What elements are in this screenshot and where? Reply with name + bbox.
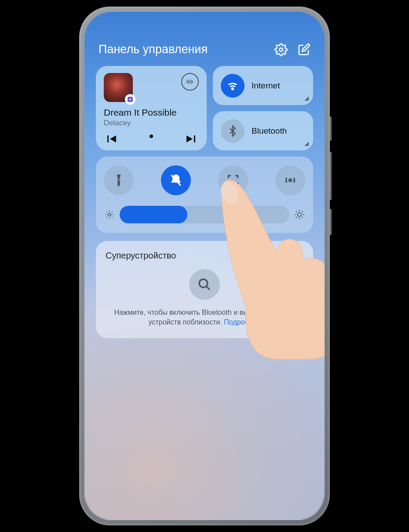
bluetooth-label: Bluetooth xyxy=(252,126,287,136)
nfc-toggle[interactable] xyxy=(275,165,305,195)
super-device-card: Суперустройство Нажмите, чтобы включить … xyxy=(96,241,313,338)
phone-frame: Панель управления xyxy=(79,7,330,525)
internet-toggle[interactable]: Internet xyxy=(213,66,313,105)
flashlight-toggle[interactable] xyxy=(104,165,134,195)
screen: Панель управления xyxy=(84,12,325,520)
screenshot-toggle[interactable] xyxy=(218,165,248,195)
svg-point-10 xyxy=(232,88,234,90)
previous-track-icon[interactable] xyxy=(106,134,118,144)
svg-rect-9 xyxy=(194,135,195,142)
next-track-icon[interactable] xyxy=(185,134,197,144)
music-player-card[interactable]: Dream It Possible Delacey xyxy=(96,66,207,150)
album-art xyxy=(104,73,133,102)
wifi-icon xyxy=(221,74,245,98)
brightness-low-icon xyxy=(104,209,115,220)
svg-rect-6 xyxy=(192,81,193,83)
svg-point-11 xyxy=(118,179,120,180)
svg-point-0 xyxy=(279,48,283,51)
side-button xyxy=(330,152,332,200)
svg-rect-4 xyxy=(189,81,190,83)
svg-rect-7 xyxy=(107,135,109,142)
expand-corner-icon xyxy=(304,142,309,146)
edit-icon[interactable] xyxy=(297,43,310,56)
super-device-title: Суперустройство xyxy=(106,251,176,261)
play-icon[interactable] xyxy=(145,134,157,144)
expand-corner-icon xyxy=(304,96,309,101)
search-devices-button[interactable] xyxy=(189,269,220,300)
bluetooth-toggle[interactable]: Bluetooth xyxy=(213,111,313,150)
svg-point-12 xyxy=(289,179,291,181)
super-device-hint: Нажмите, чтобы включить Bluetooth и выпо… xyxy=(106,308,303,328)
svg-point-14 xyxy=(298,213,302,217)
bluetooth-icon xyxy=(221,119,245,143)
song-artist: Delacey xyxy=(104,119,199,128)
side-button xyxy=(330,209,332,235)
brightness-slider[interactable] xyxy=(120,206,289,223)
side-button xyxy=(330,117,332,141)
quick-toggles-panel xyxy=(96,157,313,233)
svg-rect-5 xyxy=(191,80,192,84)
hint-text: Нажмите, чтобы включить Bluetooth и выпо… xyxy=(114,309,295,326)
header-bar: Панель управления xyxy=(96,43,313,56)
music-app-badge-icon xyxy=(125,94,135,105)
brightness-fill xyxy=(120,206,187,223)
page-title: Панель управления xyxy=(99,43,208,56)
learn-more-link[interactable]: Подробнее xyxy=(224,318,260,326)
close-icon[interactable] xyxy=(292,250,303,261)
audio-output-icon[interactable] xyxy=(181,73,199,91)
internet-label: Internet xyxy=(252,81,280,91)
svg-point-13 xyxy=(108,213,111,216)
mute-notifications-toggle[interactable] xyxy=(161,165,191,195)
settings-icon[interactable] xyxy=(274,43,288,56)
song-title: Dream It Possible xyxy=(104,107,199,118)
svg-rect-2 xyxy=(186,81,187,83)
brightness-high-icon xyxy=(294,209,305,220)
svg-point-15 xyxy=(199,279,208,288)
svg-rect-3 xyxy=(188,80,189,84)
svg-point-8 xyxy=(150,135,153,138)
